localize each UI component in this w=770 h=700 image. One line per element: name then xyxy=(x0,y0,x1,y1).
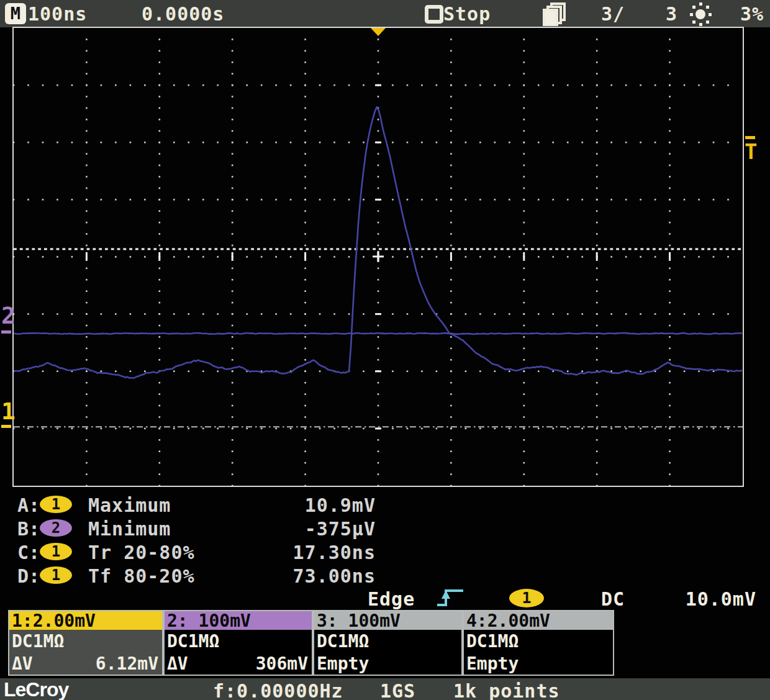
meas-value: -375µV xyxy=(230,518,376,540)
sample-rate-readout: 1GS xyxy=(380,680,415,700)
meas-slot: A: xyxy=(17,494,40,516)
meas-value: 73.00ns xyxy=(230,565,376,587)
meas-source-badge[interactable]: 1 xyxy=(40,566,72,584)
channel-1-header[interactable]: 1:2.00mV xyxy=(9,611,162,630)
trigger-coupling-label[interactable]: DC xyxy=(601,588,625,610)
channel-3-header[interactable]: 3: 100mV xyxy=(314,611,461,630)
trigger-level-marker[interactable]: T xyxy=(745,140,757,163)
trigger-position-marker xyxy=(371,28,386,36)
channel-1-box[interactable]: 1:2.00mV DC1MΩ ΔV 6.12mV xyxy=(8,610,163,676)
trigger-level-readout: 10.0mV xyxy=(640,588,756,610)
bottom-status-bar: LeCroy f:0.00000Hz 1GS 1k points xyxy=(0,678,770,700)
intensity-readout: 3% xyxy=(740,3,764,25)
meas-name: Tf 80-20% xyxy=(88,565,195,587)
meas-name: Minimum xyxy=(88,518,171,540)
channel-2-meas-value: 306mV xyxy=(256,653,308,674)
ch2-zero-dash xyxy=(1,330,11,334)
channel-4-header[interactable]: 4:2.00mV xyxy=(464,611,613,630)
meas-value: 17.30ns xyxy=(230,542,376,563)
waveform-graticule[interactable] xyxy=(12,27,744,487)
ch1-zero-marker[interactable]: 1 xyxy=(1,400,16,422)
ch1-zero-dash xyxy=(1,425,11,428)
meas-name: Maximum xyxy=(88,494,171,516)
meas-slot: B: xyxy=(17,518,40,540)
meas-name: Tr 20-80% xyxy=(88,542,195,563)
meas-source-badge[interactable]: 1 xyxy=(40,496,72,513)
meas-slot: D: xyxy=(17,565,40,587)
record-length-readout: 1k points xyxy=(453,680,560,700)
channel-2-meas-label: ΔV xyxy=(167,653,188,674)
trigger-type-label[interactable]: Edge xyxy=(368,588,415,610)
channel-1-coupling: DC1MΩ xyxy=(12,631,64,652)
channel-1-meas-label: ΔV xyxy=(12,653,33,674)
brightness-icon[interactable] xyxy=(687,2,714,27)
acquisition-state-label: Stop xyxy=(443,3,491,25)
meas-slot: C: xyxy=(17,542,40,563)
channel-4-status: Empty xyxy=(466,653,519,674)
channel-3-box[interactable]: 3: 100mV DC1MΩ Empty xyxy=(313,610,463,676)
segment-total: 3 xyxy=(666,3,677,25)
rising-edge-icon xyxy=(435,586,467,609)
trigger-source-badge[interactable]: 1 xyxy=(509,589,544,607)
timebase-readout: 100ns xyxy=(28,3,87,25)
channel-4-box[interactable]: 4:2.00mV DC1MΩ Empty xyxy=(463,610,614,676)
waveform-trace xyxy=(14,333,742,334)
meas-value: 10.9mV xyxy=(230,494,376,516)
channel-3-coupling: DC1MΩ xyxy=(317,631,369,652)
top-status-bar: M 100ns 0.0000s Stop 3/ 3 3% xyxy=(0,0,770,27)
channel-3-status: Empty xyxy=(317,653,369,674)
trigger-delay-readout: 0.0000s xyxy=(142,3,224,25)
meas-source-badge[interactable]: 1 xyxy=(40,543,72,560)
ch2-zero-marker[interactable]: 2 xyxy=(1,304,16,327)
frequency-readout: f:0.00000Hz xyxy=(213,680,343,700)
meas-source-badge[interactable]: 2 xyxy=(40,519,72,537)
channel-2-coupling: DC1MΩ xyxy=(167,631,219,652)
timebase-mode-icon[interactable]: M xyxy=(5,3,26,24)
channel-4-coupling: DC1MΩ xyxy=(466,631,519,652)
channel-1-meas-value: 6.12mV xyxy=(96,653,158,674)
segment-index: 3/ xyxy=(601,3,625,25)
channel-2-header[interactable]: 2: 100mV xyxy=(165,611,312,630)
lecroy-logo: LeCroy xyxy=(4,678,75,700)
channel-2-box[interactable]: 2: 100mV DC1MΩ ΔV 306mV xyxy=(163,610,313,676)
grid-and-traces-canvas xyxy=(14,28,743,486)
stop-square-icon[interactable] xyxy=(425,5,443,24)
pages-icon xyxy=(541,2,569,26)
oscilloscope-screen: M 100ns 0.0000s Stop 3/ 3 3% 2 1 xyxy=(0,0,770,700)
